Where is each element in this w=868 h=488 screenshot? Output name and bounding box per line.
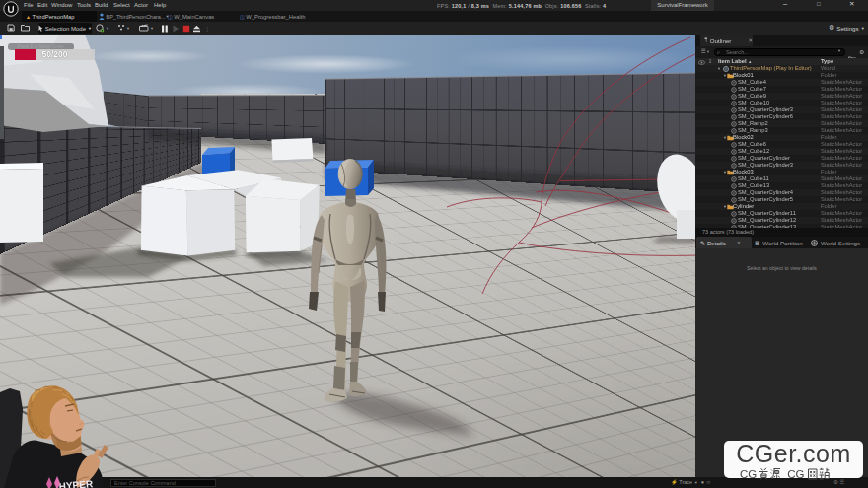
svg-text:CG: CG	[740, 468, 757, 480]
svg-text:CG: CG	[784, 468, 805, 480]
